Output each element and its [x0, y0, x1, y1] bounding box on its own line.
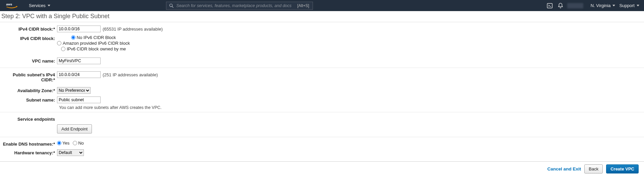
region-label: N. Virginia [591, 3, 611, 8]
services-menu[interactable]: Services [29, 3, 50, 8]
subnet-name-label: Subnet name: [0, 96, 57, 103]
svg-text:aws: aws [6, 2, 12, 6]
service-endpoints-label: Service endpoints [0, 116, 57, 122]
divider [0, 68, 644, 68]
ipv6-none-label: No IPv6 CIDR Block [77, 35, 116, 40]
top-navbar: aws Services Search for services, featur… [0, 0, 644, 11]
aws-logo[interactable]: aws [6, 2, 18, 9]
support-label: Support [619, 3, 635, 8]
ipv6-owned-label: IPv6 CIDR block owned by me [67, 46, 126, 51]
dns-no-radio[interactable] [73, 141, 77, 145]
public-subnet-ipv4-label: Public subnet's IPv4 CIDR:* [0, 71, 57, 82]
ipv4-cidr-help: (65531 IP addresses available) [103, 27, 163, 32]
ipv6-none-radio[interactable] [71, 35, 75, 40]
caret-down-icon [637, 5, 639, 6]
search-shortcut: [Alt+S] [297, 3, 309, 8]
ipv6-amazon-label: Amazon provided IPv6 CIDR block [63, 41, 130, 46]
spacer [0, 124, 57, 125]
search-icon [169, 3, 174, 8]
support-menu[interactable]: Support [619, 3, 639, 8]
az-select[interactable]: No Preference [57, 87, 91, 94]
dns-yes-label: Yes [62, 141, 69, 146]
public-subnet-ipv4-help: (251 IP addresses available) [103, 72, 158, 77]
dns-yes-radio[interactable] [57, 141, 61, 145]
caret-down-icon [612, 5, 615, 6]
subnet-name-input[interactable] [57, 96, 101, 103]
vpc-name-input[interactable] [57, 57, 101, 64]
svg-line-2 [172, 6, 173, 7]
tenancy-label: Hardware tenancy:* [0, 149, 57, 155]
region-selector[interactable]: N. Virginia [591, 3, 615, 8]
cloudshell-icon[interactable] [544, 0, 555, 11]
search-placeholder: Search for services, features, marketpla… [176, 3, 297, 8]
ipv4-cidr-label: IPv4 CIDR block:* [0, 26, 57, 32]
dns-no-label: No [78, 141, 84, 146]
add-endpoint-button[interactable]: Add Endpoint [57, 124, 92, 133]
svg-point-1 [170, 4, 172, 6]
notifications-icon[interactable] [555, 0, 566, 11]
create-vpc-button[interactable]: Create VPC [606, 164, 639, 173]
subnet-hint: You can add more subnets after AWS creat… [0, 105, 644, 110]
account-name-blurred[interactable] [567, 3, 583, 8]
az-label: Availability Zone:* [0, 87, 57, 93]
wizard-footer: Cancel and Exit Back Create VPC [0, 161, 644, 176]
divider [0, 112, 644, 112]
dns-hostnames-label: Enable DNS hostnames:* [0, 141, 57, 147]
caret-down-icon [48, 5, 50, 6]
tenancy-select[interactable]: Default [57, 149, 84, 156]
page-title: Step 2: VPC with a Single Public Subnet [0, 11, 644, 22]
cancel-and-exit-link[interactable]: Cancel and Exit [547, 166, 581, 171]
public-subnet-ipv4-input[interactable] [57, 71, 101, 78]
global-search[interactable]: Search for services, features, marketpla… [166, 2, 313, 10]
divider [0, 137, 644, 137]
ipv6-owned-radio[interactable] [61, 47, 65, 51]
ipv4-cidr-input[interactable] [57, 26, 101, 32]
services-label: Services [29, 3, 46, 8]
ipv6-cidr-label: IPv6 CIDR block: [0, 35, 57, 41]
vpc-name-label: VPC name: [0, 57, 57, 64]
ipv6-amazon-radio[interactable] [57, 41, 61, 45]
back-button[interactable]: Back [584, 164, 603, 173]
